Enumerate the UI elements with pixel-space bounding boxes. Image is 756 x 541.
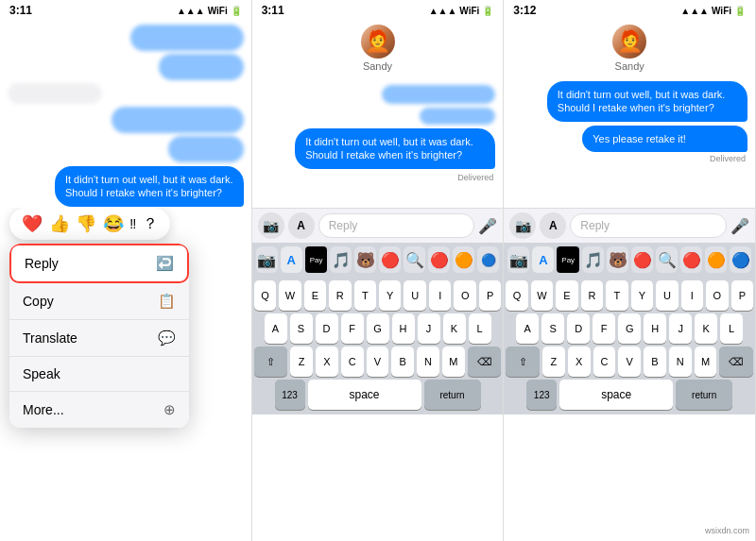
key-s-2[interactable]: S bbox=[290, 313, 313, 344]
emoji-music-2[interactable]: 🎵 bbox=[330, 246, 352, 273]
camera-btn-3[interactable]: 📷 bbox=[509, 212, 536, 239]
key-u-3[interactable]: U bbox=[656, 280, 678, 311]
key-m-3[interactable]: M bbox=[695, 347, 717, 377]
key-t-2[interactable]: T bbox=[354, 280, 376, 311]
key-j-2[interactable]: J bbox=[418, 313, 440, 344]
apps-btn-3[interactable]: A bbox=[540, 212, 566, 239]
emoji-search-3[interactable]: 🔍 bbox=[656, 246, 678, 273]
key-o-3[interactable]: O bbox=[706, 280, 728, 311]
key-n-2[interactable]: N bbox=[417, 347, 439, 377]
key-nums-3[interactable]: 123 bbox=[526, 380, 557, 410]
emoji-face-3[interactable]: 🐻 bbox=[607, 246, 628, 273]
key-s-3[interactable]: S bbox=[541, 313, 564, 344]
key-r-2[interactable]: R bbox=[329, 280, 351, 311]
key-del-3[interactable]: ⌫ bbox=[719, 347, 753, 377]
key-f-3[interactable]: F bbox=[593, 313, 615, 344]
key-i-2[interactable]: I bbox=[429, 280, 451, 311]
key-b-2[interactable]: B bbox=[391, 347, 414, 377]
key-c-3[interactable]: C bbox=[593, 347, 616, 377]
key-l-2[interactable]: L bbox=[469, 313, 491, 344]
menu-copy[interactable]: Copy 📋 bbox=[9, 283, 189, 320]
key-d-3[interactable]: D bbox=[567, 313, 590, 344]
message-input-3[interactable]: Reply bbox=[570, 213, 727, 238]
key-return-3[interactable]: return bbox=[676, 380, 732, 410]
emoji-appstore-2[interactable]: A bbox=[281, 246, 302, 273]
key-p-3[interactable]: P bbox=[731, 280, 753, 311]
key-y-3[interactable]: Y bbox=[631, 280, 653, 311]
camera-btn-2[interactable]: 📷 bbox=[258, 212, 284, 239]
menu-speak[interactable]: Speak bbox=[9, 357, 189, 392]
key-shift-2[interactable]: ⇧ bbox=[254, 347, 288, 377]
key-k-2[interactable]: K bbox=[443, 313, 466, 344]
key-e-3[interactable]: E bbox=[556, 280, 577, 311]
key-q-2[interactable]: Q bbox=[254, 280, 276, 311]
emoji-appstore-3[interactable]: A bbox=[532, 246, 554, 273]
emoji-music-3[interactable]: 🎵 bbox=[582, 246, 604, 273]
key-n-3[interactable]: N bbox=[669, 347, 692, 377]
key-h-3[interactable]: H bbox=[644, 313, 666, 344]
key-h-2[interactable]: H bbox=[392, 313, 415, 344]
key-d-2[interactable]: D bbox=[316, 313, 338, 344]
key-a-3[interactable]: A bbox=[516, 313, 539, 344]
emoji-search-2[interactable]: 🔍 bbox=[404, 246, 425, 273]
reaction-thumbsdown[interactable]: 👎 bbox=[76, 213, 96, 234]
key-space-2[interactable]: space bbox=[308, 380, 421, 410]
key-q-3[interactable]: Q bbox=[506, 280, 527, 311]
key-x-2[interactable]: X bbox=[316, 347, 338, 377]
emoji-orange-2[interactable]: 🟠 bbox=[453, 246, 474, 273]
key-w-3[interactable]: W bbox=[531, 280, 553, 311]
key-f-2[interactable]: F bbox=[341, 313, 364, 344]
key-a-2[interactable]: A bbox=[265, 313, 287, 344]
emoji-photos-2[interactable]: 📷 bbox=[256, 246, 278, 273]
key-return-2[interactable]: return bbox=[424, 380, 481, 410]
reaction-exclaim[interactable]: ‼️ bbox=[129, 216, 136, 231]
reaction-laugh[interactable]: 😂 bbox=[103, 213, 124, 234]
key-space-3[interactable]: space bbox=[559, 380, 673, 410]
key-k-3[interactable]: K bbox=[695, 313, 717, 344]
reaction-question[interactable]: ？ bbox=[143, 214, 158, 234]
reaction-heart[interactable]: ❤️ bbox=[22, 213, 43, 234]
key-r-3[interactable]: R bbox=[581, 280, 603, 311]
emoji-pay-2[interactable]: Pay bbox=[305, 246, 328, 273]
key-u-2[interactable]: U bbox=[404, 280, 425, 311]
key-w-2[interactable]: W bbox=[279, 280, 301, 311]
emoji-face-2[interactable]: 🐻 bbox=[354, 246, 376, 273]
key-j-3[interactable]: J bbox=[669, 313, 692, 344]
emoji-red-2[interactable]: 🔴 bbox=[379, 246, 401, 273]
message-input-2[interactable]: Reply bbox=[318, 213, 475, 238]
key-b-3[interactable]: B bbox=[644, 347, 666, 377]
emoji-pay-3[interactable]: Pay bbox=[557, 246, 579, 273]
key-e-2[interactable]: E bbox=[304, 280, 326, 311]
key-nums-2[interactable]: 123 bbox=[275, 380, 305, 410]
key-y-2[interactable]: Y bbox=[379, 280, 401, 311]
signal-icon: ▲▲▲ bbox=[177, 6, 205, 16]
key-v-2[interactable]: V bbox=[367, 347, 389, 377]
emoji-red2-2[interactable]: 🔴 bbox=[428, 246, 450, 273]
key-m-2[interactable]: M bbox=[442, 347, 465, 377]
menu-reply[interactable]: Reply ↩️ bbox=[9, 244, 189, 283]
key-l-3[interactable]: L bbox=[720, 313, 743, 344]
key-g-2[interactable]: G bbox=[367, 313, 389, 344]
emoji-blue-2[interactable]: 🔵 bbox=[477, 246, 499, 273]
key-v-3[interactable]: V bbox=[618, 347, 641, 377]
key-x-3[interactable]: X bbox=[568, 347, 591, 377]
emoji-red2-3[interactable]: 🔴 bbox=[680, 246, 702, 273]
key-p-2[interactable]: P bbox=[479, 280, 501, 311]
key-shift-3[interactable]: ⇧ bbox=[506, 347, 540, 377]
emoji-photos-3[interactable]: 📷 bbox=[507, 246, 529, 273]
key-z-3[interactable]: Z bbox=[542, 347, 565, 377]
menu-translate[interactable]: Translate 💬 bbox=[9, 320, 189, 357]
key-z-2[interactable]: Z bbox=[290, 347, 313, 377]
key-del-2[interactable]: ⌫ bbox=[468, 347, 502, 377]
key-g-3[interactable]: G bbox=[618, 313, 641, 344]
reaction-thumbsup[interactable]: 👍 bbox=[49, 213, 70, 234]
key-o-2[interactable]: O bbox=[454, 280, 475, 311]
apps-btn-2[interactable]: A bbox=[288, 212, 315, 239]
emoji-red-3[interactable]: 🔴 bbox=[631, 246, 653, 273]
emoji-orange-3[interactable]: 🟠 bbox=[705, 246, 727, 273]
key-t-3[interactable]: T bbox=[606, 280, 627, 311]
key-i-3[interactable]: I bbox=[681, 280, 703, 311]
key-c-2[interactable]: C bbox=[341, 347, 364, 377]
menu-more[interactable]: More... ⊕ bbox=[9, 392, 189, 428]
emoji-blue-3[interactable]: 🔵 bbox=[730, 246, 751, 273]
